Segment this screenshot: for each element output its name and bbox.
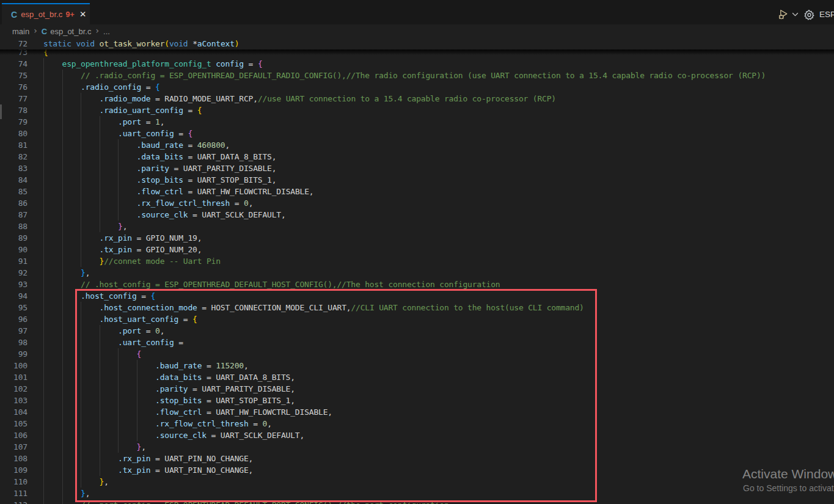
red-annotation-box	[75, 289, 597, 502]
code-text: .radio_config = {	[43, 81, 160, 93]
line-number: 72	[0, 38, 27, 49]
left-edge-scroll-artifact	[0, 104, 2, 119]
code-token: .rx_flow_ctrl_thresh	[137, 199, 230, 208]
watermark-title: Activate Windows	[742, 467, 834, 481]
line-number: 103	[0, 395, 27, 406]
code-text: .tx_pin = GPIO_NUM_20,	[43, 244, 202, 255]
code-line: 92 },	[0, 267, 834, 279]
code-token: UART_STOP_BITS_1,	[197, 175, 277, 184]
code-text: esp_openthread_platform_config_t config …	[43, 58, 263, 70]
sticky-scroll-widget[interactable]: 72static void ot_task_worker(void *aCont…	[0, 38, 834, 49]
line-number: 86	[0, 197, 27, 209]
code-token: ,	[123, 222, 128, 231]
line-number: 93	[0, 279, 27, 290]
code-line: 87 .source_clk = UART_SCLK_DEFAULT,	[0, 209, 834, 221]
code-token: .stop_bits	[137, 175, 183, 184]
code-token: =	[183, 187, 197, 196]
code-token: =	[132, 233, 146, 243]
line-number: 74	[0, 58, 27, 70]
code-token: .radio_config	[81, 82, 141, 92]
code-text: .source_clk = UART_SCLK_DEFAULT,	[43, 209, 286, 221]
line-number: 111	[0, 488, 27, 499]
line-number: 80	[0, 128, 27, 139]
line-number: 87	[0, 209, 27, 221]
code-token: ,	[249, 199, 254, 208]
code-line: 93 // .host_config = ESP_OPENTHREAD_DEFA…	[0, 279, 834, 290]
code-token: .baud_rate	[137, 141, 183, 150]
line-number: 79	[0, 116, 27, 128]
code-text: .parity = UART_PARITY_DISABLE,	[43, 163, 276, 174]
line-number: 106	[0, 429, 27, 441]
code-token: //use UART connection to a 15.4 capable …	[258, 94, 556, 103]
gear-icon[interactable]	[803, 9, 815, 21]
tab-bar: C esp_ot_br.c 9+ ✕ ES	[0, 3, 834, 24]
code-token: .tx_pin	[100, 245, 132, 254]
code-token: ,	[86, 268, 90, 277]
code-token: =	[141, 117, 155, 126]
line-number: 107	[0, 441, 27, 453]
code-token: GPIO_NUM_20,	[146, 245, 202, 254]
code-token: ,	[160, 117, 165, 126]
code-token: =	[183, 106, 197, 115]
line-number: 94	[0, 290, 27, 302]
chevron-right-icon: ›	[34, 26, 37, 35]
line-number: 112	[0, 499, 27, 504]
line-number: 75	[0, 70, 27, 81]
code-line: 80 .uart_config = {	[0, 128, 834, 139]
breadcrumb-item-more[interactable]: ...	[103, 27, 110, 36]
line-number: 101	[0, 371, 27, 383]
code-token: *	[188, 39, 197, 48]
line-number: 97	[0, 325, 27, 337]
code-token: UART_HW_FLOWCTRL_DISABLE,	[197, 187, 314, 196]
esp-extension-action-label[interactable]: ESP-	[819, 10, 834, 19]
line-number: 90	[0, 244, 27, 255]
line-number: 95	[0, 302, 27, 313]
code-token: ,	[225, 141, 230, 150]
code-token: =	[183, 175, 197, 184]
sticky-code-line: 72static void ot_task_worker(void *aCont…	[0, 38, 834, 49]
breadcrumb: main › C esp_ot_br.c › ...	[0, 24, 834, 38]
code-line: 76 .radio_config = {	[0, 81, 834, 93]
code-token: ot_task_worker	[100, 39, 165, 48]
line-number: 98	[0, 337, 27, 348]
code-line: 88 },	[0, 221, 834, 232]
code-text: },	[43, 221, 127, 232]
code-token: }	[118, 222, 123, 231]
code-token: =	[230, 199, 244, 208]
code-token: =	[174, 129, 188, 138]
line-number: 88	[0, 221, 27, 232]
code-token: aContext	[197, 39, 235, 48]
breadcrumb-item-main[interactable]: main	[12, 27, 29, 36]
line-number: 78	[0, 104, 27, 116]
code-token: =	[188, 210, 202, 219]
code-token: GPIO_NUM_19,	[146, 233, 202, 243]
code-line: 75 // .radio_config = ESP_OPENTHREAD_DEF…	[0, 70, 834, 81]
code-token: .radio_mode	[100, 94, 151, 103]
line-number: 91	[0, 255, 27, 267]
line-number: 99	[0, 348, 27, 360]
run-or-debug-icon[interactable]	[778, 9, 790, 20]
code-line: 84 .stop_bits = UART_STOP_BITS_1,	[0, 174, 834, 186]
editor-actions: ESP-	[0, 3, 834, 24]
code-text: .baud_rate = 460800,	[43, 139, 230, 151]
run-dropdown-chevron-icon[interactable]	[791, 10, 799, 18]
line-number: 108	[0, 453, 27, 464]
code-token: UART_SCLK_DEFAULT,	[202, 210, 285, 219]
code-token: esp_openthread_platform_config_t	[62, 59, 211, 68]
line-number: 76	[0, 81, 27, 93]
code-token: .rx_pin	[100, 233, 132, 243]
code-token: .data_bits	[137, 152, 183, 161]
code-token: .source_clk	[137, 210, 188, 219]
line-number: 81	[0, 139, 27, 151]
code-text: .flow_ctrl = UART_HW_FLOWCTRL_DISABLE,	[43, 186, 313, 197]
code-token: )	[235, 39, 240, 48]
code-token: {	[188, 129, 192, 138]
code-token: =	[132, 245, 146, 254]
line-number: 84	[0, 174, 27, 186]
breadcrumb-item-file[interactable]: esp_ot_br.c	[50, 27, 91, 36]
line-number: 104	[0, 406, 27, 418]
code-text: .rx_flow_ctrl_thresh = 0,	[43, 197, 253, 209]
code-token: .uart_config	[118, 129, 174, 138]
code-token: RADIO_MODE_UART_RCP,	[164, 94, 258, 103]
code-line: 78 .radio_uart_config = {	[0, 104, 834, 116]
